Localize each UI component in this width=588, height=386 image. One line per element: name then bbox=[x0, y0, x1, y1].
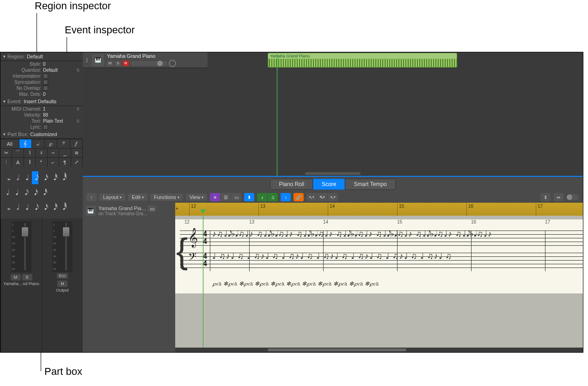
note-eighth[interactable]: 𝅘𝅥𝅮 bbox=[32, 171, 38, 184]
event-velocity-row[interactable]: Velocity: 88 bbox=[0, 112, 83, 118]
page-view-button[interactable]: ▭ bbox=[231, 193, 241, 201]
track-record-button[interactable]: R bbox=[122, 61, 129, 66]
region-quantize-row[interactable]: Quantize: Default ⇅ bbox=[0, 67, 83, 73]
midi-out-button[interactable]: ♪ bbox=[257, 193, 267, 201]
partbox-item-notes[interactable]: 𝄞 bbox=[19, 139, 32, 148]
note-dot[interactable]: 𝅗𝅥. bbox=[4, 186, 11, 199]
fader[interactable]: 05102030405060 bbox=[52, 221, 73, 272]
nooverlap-checkbox[interactable] bbox=[43, 86, 48, 91]
track-pan-knob[interactable] bbox=[169, 60, 176, 67]
note-whole[interactable]: 𝅝 bbox=[4, 171, 11, 184]
note-dot[interactable]: 𝅘𝅥. bbox=[13, 186, 20, 199]
note-tuplet[interactable]: 𝅘𝅥 bbox=[23, 201, 29, 214]
catch-button[interactable]: ↕ bbox=[281, 193, 291, 201]
tab-piano-roll[interactable]: Piano Roll bbox=[270, 179, 313, 190]
tab-score[interactable]: Score bbox=[313, 179, 345, 190]
note-tuplet[interactable]: 𝅘𝅥𝅰 bbox=[50, 201, 57, 214]
region-interpretation-row[interactable]: Interpretation: bbox=[0, 73, 83, 79]
event-lyric-row[interactable]: Lyric: bbox=[0, 124, 83, 130]
note-tuplet[interactable]: 𝅘𝅥𝅮 bbox=[32, 201, 38, 214]
region-inspector-header[interactable]: ▾ Region: Default bbox=[0, 52, 83, 61]
note-tuplet[interactable]: 𝅘𝅥𝅱 bbox=[60, 201, 66, 214]
note-thirtysecond[interactable]: 𝅘𝅥𝅰 bbox=[50, 171, 57, 184]
tracks-background[interactable] bbox=[83, 68, 583, 176]
zoom-vertical-button[interactable]: ⇕ bbox=[540, 193, 551, 201]
score-ruler[interactable]: ▸ 12 13 14 15 16 17 bbox=[175, 203, 583, 216]
fader-cap[interactable] bbox=[62, 227, 70, 237]
track-region-lane[interactable]: Yamaha Grand Piano bbox=[208, 52, 583, 68]
partbox-item-dynamics[interactable]: 𝆑 bbox=[70, 139, 83, 148]
partbox-item[interactable]: ⎯ bbox=[59, 149, 71, 157]
partbox-item[interactable]: ✂ bbox=[0, 149, 12, 157]
partbox-item-clef[interactable]: 𝄢 bbox=[57, 139, 70, 148]
syncopation-checkbox[interactable] bbox=[43, 80, 48, 85]
score-playhead[interactable] bbox=[203, 216, 203, 348]
linear-view-button[interactable]: ≡ bbox=[210, 193, 220, 201]
note-tuplet[interactable]: 𝅗𝅥 bbox=[13, 201, 20, 214]
partbox-item[interactable]: 𝄐 bbox=[48, 149, 59, 157]
note-dot[interactable]: 𝅘𝅥𝅰. bbox=[41, 186, 48, 199]
partbox-item[interactable]: ⌒ bbox=[12, 149, 24, 157]
lyric-checkbox[interactable] bbox=[43, 125, 48, 130]
edit-menu[interactable]: Edit▾ bbox=[128, 193, 147, 201]
partbox-all[interactable]: All bbox=[0, 139, 19, 148]
partbox-item[interactable]: A bbox=[12, 158, 24, 167]
ruler-playhead-marker[interactable] bbox=[200, 209, 206, 214]
note-dot[interactable]: 𝅘𝅥𝅮. bbox=[23, 186, 29, 199]
partbox-item[interactable]: ≋ bbox=[71, 149, 83, 157]
functions-menu[interactable]: Functions▾ bbox=[150, 193, 183, 201]
pencil-tool[interactable]: ✎▾ bbox=[317, 193, 327, 201]
event-midich-row[interactable]: MIDI Channel: 1 ⇅ bbox=[0, 106, 83, 112]
region-syncopation-row[interactable]: Syncopation: bbox=[0, 79, 83, 85]
notation-area[interactable]: 12 13 14 15 16 17 { 𝄞 44 bbox=[175, 216, 583, 348]
fader-cap[interactable] bbox=[21, 227, 29, 237]
event-inspector-header[interactable]: ▾ Event: Insert Defaults bbox=[0, 97, 83, 106]
editor-scrollbar[interactable] bbox=[175, 348, 583, 352]
zoom-to-fit-button[interactable]: ▭ bbox=[148, 205, 156, 212]
region-nooverlap-row[interactable]: No Overlap: bbox=[0, 85, 83, 91]
region-maxdots-row[interactable]: Max. Dots: 0 bbox=[0, 91, 83, 97]
midi-thru-button[interactable]: ♫ bbox=[268, 193, 278, 201]
playhead[interactable] bbox=[277, 52, 277, 176]
midi-in-button[interactable]: ⬍ bbox=[244, 193, 254, 201]
bounce-button[interactable]: Bnc bbox=[57, 273, 68, 279]
midi-region[interactable]: Yamaha Grand Piano bbox=[268, 53, 457, 68]
notation-canvas[interactable]: 12 13 14 15 16 17 { 𝄞 44 bbox=[175, 219, 583, 293]
solo-button[interactable]: S bbox=[22, 274, 32, 280]
pointer-tool[interactable]: ↖▾ bbox=[306, 193, 317, 201]
note-tuplet[interactable]: 𝅝 bbox=[4, 201, 11, 214]
music-notes-bass[interactable]: ♩ ♫♪♩ ♫ ♩ ♫♪♩ ♫ ♩ ♫♪♩ ♫ ♩ ♫♪♩ ♫ ♩ ♫♪♩ ♫ … bbox=[212, 251, 583, 297]
note-tuplet[interactable]: 𝅘𝅥𝅯 bbox=[41, 201, 48, 214]
mute-button[interactable]: M bbox=[57, 280, 67, 287]
layout-menu[interactable]: Layout▾ bbox=[99, 193, 125, 201]
tab-smart-tempo[interactable]: Smart Tempo bbox=[345, 179, 395, 190]
partbox-item-pedal[interactable]: ℘ bbox=[45, 139, 57, 148]
partbox-item-rest[interactable]: 𝆶 bbox=[32, 139, 44, 148]
track-header[interactable]: 1 🎹 Yamaha Grand Piano M S R bbox=[83, 52, 208, 68]
zoom-horizontal-button[interactable]: ⇔ bbox=[553, 193, 564, 201]
partbox-item[interactable]: 𝄌 bbox=[36, 158, 47, 167]
track-icon[interactable]: 🎹 bbox=[92, 54, 104, 66]
note-sixtyfourth[interactable]: 𝅘𝅥𝅱 bbox=[60, 171, 66, 184]
partbox-item[interactable]: 𝄀 bbox=[0, 158, 12, 167]
note-dot[interactable]: 𝅘𝅥𝅯. bbox=[32, 186, 38, 199]
partbox-item[interactable]: ¶ bbox=[59, 158, 71, 167]
catch-toggle[interactable] bbox=[566, 194, 579, 200]
region-style-row[interactable]: Style: 0 bbox=[0, 61, 83, 67]
fader[interactable]: 05102030405060 bbox=[11, 221, 31, 272]
view-menu[interactable]: View▾ bbox=[186, 193, 208, 201]
note-quarter[interactable]: 𝅘𝅥 bbox=[23, 171, 29, 184]
track-volume-slider[interactable] bbox=[130, 61, 167, 66]
event-text-row[interactable]: Text: Plain Text ⇅ bbox=[0, 118, 83, 124]
tracks-scrollbar[interactable] bbox=[305, 172, 361, 175]
track-mute-button[interactable]: M bbox=[107, 61, 113, 66]
partbox-header[interactable]: ▾ Part Box: Customized bbox=[0, 130, 83, 139]
mute-button[interactable]: M bbox=[11, 274, 21, 280]
partbox-item[interactable]: ⤢ bbox=[71, 158, 83, 167]
interpretation-checkbox[interactable] bbox=[43, 74, 48, 79]
partbox-item[interactable]: 𝄂 bbox=[24, 158, 36, 167]
partbox-item[interactable]: ⌐ bbox=[48, 158, 59, 167]
partbox-item[interactable]: ♯ bbox=[36, 149, 47, 157]
alt-tool[interactable]: ↖▾ bbox=[328, 193, 338, 201]
link-button[interactable]: 🔗 bbox=[294, 193, 304, 201]
